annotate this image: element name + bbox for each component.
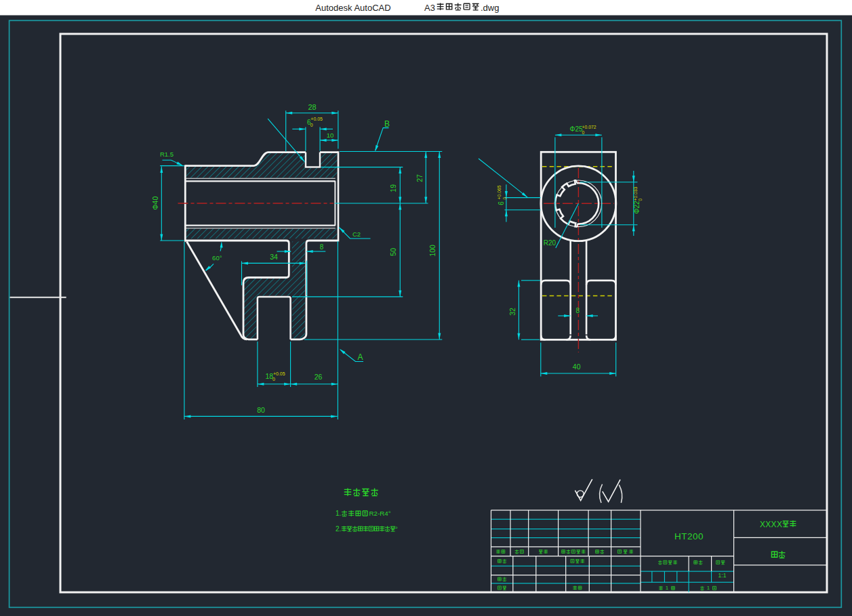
svg-text:34: 34: [270, 253, 278, 261]
svg-text:XXXX: XXXX: [760, 520, 782, 529]
svg-text:Φ40: Φ40: [151, 197, 159, 210]
svg-text:0: 0: [502, 197, 507, 200]
svg-text:A: A: [357, 352, 363, 362]
svg-text:A3: A3: [424, 3, 435, 13]
svg-text:Φ25: Φ25: [569, 125, 583, 133]
svg-text:80: 80: [257, 406, 265, 414]
svg-text:10: 10: [327, 131, 334, 139]
svg-text:R1.5: R1.5: [160, 150, 174, 158]
svg-text:28: 28: [308, 103, 316, 111]
svg-text:19: 19: [390, 184, 398, 192]
svg-text:0: 0: [582, 130, 585, 135]
svg-text:+0.05: +0.05: [310, 117, 323, 121]
svg-text:6: 6: [498, 201, 505, 205]
svg-text:26: 26: [315, 373, 323, 381]
svg-text:+0.072: +0.072: [582, 125, 596, 129]
svg-text:0: 0: [638, 199, 643, 201]
svg-text:32: 32: [508, 308, 516, 316]
svg-text:Φ22: Φ22: [633, 201, 641, 214]
svg-text:100: 100: [429, 245, 437, 257]
svg-text:2.: 2.: [336, 525, 341, 533]
svg-text:Autodesk AutoCAD: Autodesk AutoCAD: [315, 3, 390, 13]
svg-text:B: B: [384, 119, 390, 129]
svg-text:1: 1: [707, 585, 710, 591]
svg-text:.dwg: .dwg: [481, 3, 499, 13]
svg-text:C2: C2: [352, 230, 361, 238]
svg-text:40: 40: [573, 363, 581, 371]
svg-text:0: 0: [272, 377, 275, 382]
svg-text:1:1: 1:1: [718, 572, 727, 579]
svg-text:R20: R20: [544, 239, 556, 247]
svg-text:+0.05: +0.05: [273, 371, 285, 376]
svg-text:60°: 60°: [212, 254, 222, 262]
svg-text:HT200: HT200: [674, 531, 704, 541]
svg-text:1.: 1.: [336, 510, 341, 517]
svg-text:8: 8: [320, 243, 324, 251]
svg-text:+0.065: +0.065: [497, 185, 502, 199]
svg-text:R2-R4°: R2-R4°: [369, 510, 391, 517]
svg-text:+0.033: +0.033: [633, 186, 638, 201]
svg-text:°: °: [395, 525, 398, 533]
svg-text:1: 1: [666, 585, 669, 591]
svg-text:8: 8: [575, 307, 580, 314]
svg-text:0: 0: [310, 123, 313, 127]
svg-text:27: 27: [415, 174, 424, 182]
svg-text:50: 50: [390, 248, 398, 256]
